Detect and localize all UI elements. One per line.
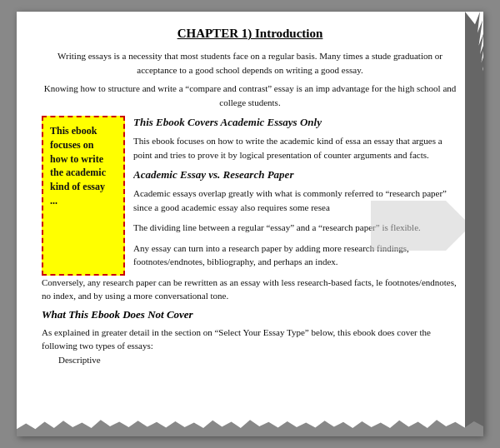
list-item-1: Descriptive — [42, 353, 458, 367]
yellow-box-text: This ebook focuses on how to write the a… — [50, 125, 106, 207]
intro-paragraph-1: Writing essays is a necessity that most … — [42, 49, 458, 77]
yellow-highlight-box: This ebook focuses on how to write the a… — [42, 116, 125, 276]
intro-paragraph-2: Knowing how to structure and write a “co… — [42, 82, 458, 109]
section3-text: As explained in greater detail in the se… — [42, 326, 458, 353]
section1-text: This ebook focuses on how to write the a… — [133, 134, 458, 162]
arrow-decoration — [371, 192, 458, 259]
page: CHAPTER 1) Introduction Writing essays i… — [17, 12, 483, 436]
section1-heading: This Ebook Covers Academic Essays Only — [133, 116, 458, 129]
right-content: This Ebook Covers Academic Essays Only T… — [133, 116, 458, 276]
content-area: This ebook focuses on how to write the a… — [42, 116, 458, 276]
svg-marker-0 — [371, 201, 458, 251]
full-text-1: Conversely, any research paper can be re… — [42, 276, 458, 303]
section2-heading: Academic Essay vs. Research Paper — [133, 168, 458, 182]
section3-heading: What This Ebook Does Not Cover — [42, 308, 458, 321]
chapter-title: CHAPTER 1) Introduction — [42, 27, 458, 41]
